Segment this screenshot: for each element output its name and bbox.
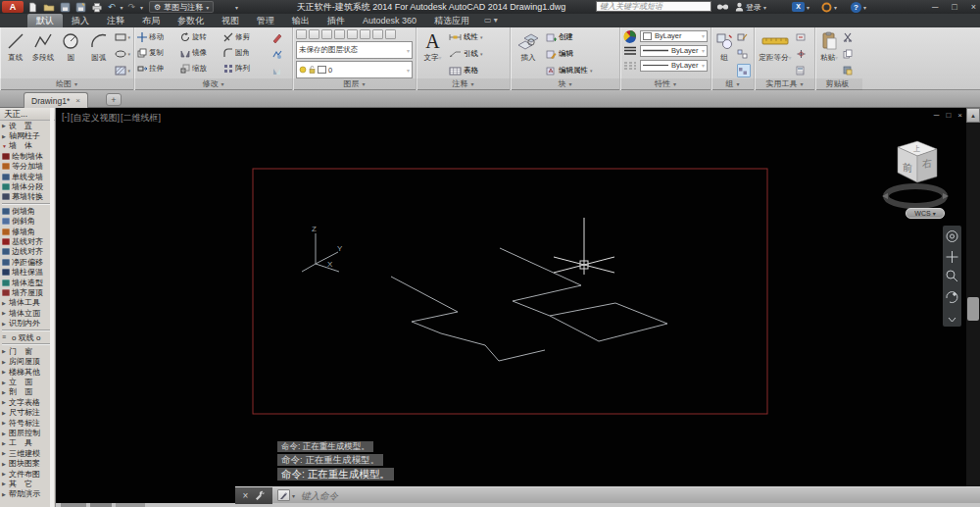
sidebar-item-4[interactable]: 等分加墙 — [0, 162, 55, 172]
viewport-restore-icon[interactable]: □ — [946, 111, 951, 120]
layer-state-icon[interactable] — [385, 29, 396, 39]
copy-clip-icon[interactable] — [843, 47, 855, 61]
drawing-canvas[interactable]: Z Y X [-] [自定义视图] [二维线框] ─ □ × ▴ — [56, 108, 980, 503]
customize-wrench-icon[interactable] — [256, 490, 266, 500]
sidebar-item-32[interactable]: ▶图块图案 — [0, 459, 55, 469]
tool-scale[interactable]: 缩放 — [180, 64, 223, 74]
sidebar-item-31[interactable]: ▶三维建模 — [0, 448, 55, 458]
lineweight-dropdown[interactable]: ByLayer▾ — [640, 45, 708, 57]
scrollbar-up-arrow[interactable]: ▴ — [966, 108, 980, 123]
layer-isolate-icon[interactable] — [321, 29, 332, 39]
help-button[interactable]: ? ▾ — [851, 1, 866, 13]
ribbon-tab-1[interactable]: 插入 — [63, 14, 98, 27]
sidebar-item-15[interactable]: 墙体造型 — [0, 278, 55, 287]
panel-label-utilities[interactable]: 实用工具 — [755, 78, 814, 90]
layout2-tab-fragment[interactable] — [116, 503, 145, 507]
fade-tool-icon[interactable] — [271, 64, 284, 77]
tool-dim-linear[interactable]: 线性 — [449, 30, 507, 44]
layer-freeze-icon[interactable] — [334, 29, 345, 39]
tool-stretch[interactable]: 拉伸 — [137, 64, 180, 74]
ellipse-tool-icon[interactable] — [115, 47, 131, 61]
panel-label-properties[interactable]: 特性 — [620, 78, 710, 90]
paste-special-icon[interactable] — [843, 64, 855, 77]
sidebar-header[interactable]: 天正... — [0, 108, 55, 121]
tool-mirror[interactable]: 镜像 — [180, 48, 223, 58]
tool-leader[interactable]: 引线 — [449, 47, 507, 61]
tool-insert-block[interactable]: 插入 — [514, 29, 543, 78]
sidebar-item-8[interactable]: 倒墙角 — [0, 206, 55, 216]
sidebar-item-17[interactable]: ▶墙体工具 — [0, 298, 55, 308]
sidebar-item-23[interactable]: ▶楼梯其他 — [0, 367, 55, 377]
panel-label-draw[interactable]: 绘图 — [0, 78, 133, 90]
sidebar-item-22[interactable]: ▶房间屋顶 — [0, 357, 55, 367]
exchange-apps-button[interactable]: X ▾ — [792, 1, 809, 13]
sidebar-item-30[interactable]: ▶工 具 — [0, 438, 55, 448]
layer-lock-icon[interactable] — [347, 29, 358, 39]
tool-fillet[interactable]: 圆角 — [223, 48, 269, 58]
ribbon-tab-2[interactable]: 注释 — [98, 14, 133, 27]
sidebar-item-34[interactable]: ▶其 它 — [0, 479, 55, 488]
command-input[interactable] — [299, 488, 980, 503]
sidebar-scroll-gutter[interactable] — [50, 108, 54, 507]
linetype-dropdown[interactable]: ByLayer▾ — [640, 60, 708, 72]
tool-trim[interactable]: 修剪 — [223, 32, 269, 42]
panel-label-layers[interactable]: 图层 — [293, 78, 416, 90]
panel-label-block[interactable]: 块 — [511, 78, 619, 90]
ungroup-icon[interactable] — [737, 47, 751, 61]
group-edit-icon[interactable] — [737, 30, 751, 44]
sidebar-item-3[interactable]: 绘制墙体 — [0, 151, 55, 161]
tool-text[interactable]: A 文字▾ — [419, 29, 446, 78]
ribbon-tab-9[interactable]: Autodesk 360 — [354, 14, 425, 27]
sidebar-item-2[interactable]: ▼墙 体 — [0, 141, 55, 151]
cut-icon[interactable] — [843, 30, 855, 44]
erase-tool-icon[interactable] — [271, 30, 284, 44]
calculator-icon[interactable] — [796, 64, 808, 77]
panel-label-annotate[interactable]: 注释 — [416, 78, 510, 90]
ribbon-tab-6[interactable]: 管理 — [248, 14, 283, 27]
layer-off-icon[interactable] — [309, 29, 319, 39]
new-drawing-tab-button[interactable]: + — [106, 93, 122, 106]
ribbon-tab-3[interactable]: 布局 — [133, 14, 169, 27]
recent-commands-icon[interactable] — [277, 489, 290, 501]
tool-block-attrs[interactable]: 编辑属性 — [546, 64, 616, 77]
explode-tool-icon[interactable] — [271, 47, 284, 61]
zoom-icon[interactable] — [947, 271, 955, 279]
vertical-scrollbar[interactable]: ▴ — [966, 108, 980, 503]
sidebar-item-0[interactable]: ▶设 置 — [0, 121, 55, 130]
pan-icon[interactable] — [947, 251, 958, 263]
sidebar-item-13[interactable]: 净距偏移 — [0, 257, 55, 267]
navbar-more-icon[interactable] — [949, 318, 956, 322]
linetype-icon[interactable] — [623, 61, 637, 71]
color-wheel-icon[interactable] — [623, 29, 637, 43]
object-color-dropdown[interactable]: ByLayer▾ — [640, 30, 708, 42]
autodesk360-button[interactable]: ▾ — [821, 1, 837, 13]
steering-wheel-icon[interactable] — [947, 231, 957, 242]
hatch-tool-icon[interactable] — [115, 64, 131, 77]
panel-label-clipboard[interactable]: 剪贴板 — [815, 78, 862, 90]
tool-block-edit[interactable]: 编辑 — [546, 47, 616, 61]
polyline-left-steps[interactable] — [391, 277, 545, 361]
autocad-logo-button[interactable]: A — [2, 1, 24, 13]
sidebar-item-5[interactable]: 单线变墙 — [0, 172, 55, 181]
tool-rotate[interactable]: 旋转 — [180, 32, 223, 42]
ribbon-minimize-button[interactable]: ▭ ▾ — [484, 14, 498, 27]
id-point-icon[interactable] — [796, 30, 808, 44]
viewport-menu-button[interactable]: [-] — [62, 112, 70, 125]
lineweight-icon[interactable] — [623, 46, 637, 56]
layer-properties-icon[interactable] — [296, 29, 307, 39]
ribbon-tab-8[interactable]: 插件 — [318, 14, 354, 27]
tab-close-icon[interactable]: × — [75, 96, 80, 105]
sidebar-item-21[interactable]: ▶门 窗 — [0, 346, 55, 356]
sidebar-item-10[interactable]: 修墙角 — [0, 227, 55, 236]
scrollbar-thumb[interactable] — [967, 297, 979, 321]
panel-label-modify[interactable]: 修改 — [134, 78, 292, 90]
layer-prev-icon[interactable] — [372, 29, 383, 39]
tool-copy[interactable]: 复制 — [137, 48, 180, 58]
command-close-icon[interactable]: × — [242, 487, 248, 504]
tool-line[interactable]: 直线 — [3, 29, 27, 78]
sidebar-item-25[interactable]: ▶剖 面 — [0, 387, 55, 397]
visual-style-button[interactable]: [二维线框] — [121, 112, 161, 125]
sidebar-item-29[interactable]: ▶图层控制 — [0, 428, 55, 437]
tool-group[interactable]: 组 — [714, 29, 734, 78]
tool-array[interactable]: 阵列 — [223, 64, 269, 74]
